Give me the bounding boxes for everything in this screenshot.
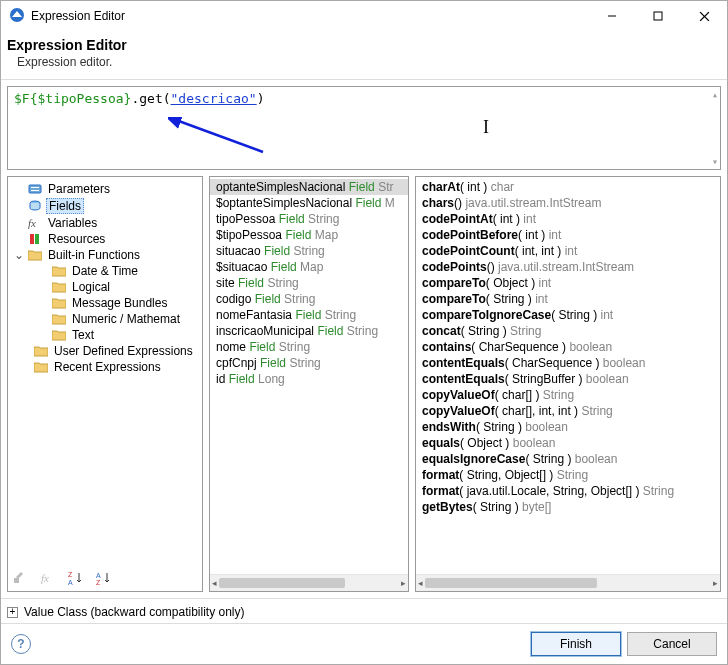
method-item[interactable]: equalsIgnoreCase( String ) boolean [416,451,720,467]
value-class-label: Value Class (backward compatibility only… [24,605,245,619]
finish-button[interactable]: Finish [531,632,621,656]
dialog-header: Expression Editor Expression editor. [1,31,727,80]
method-item[interactable]: format( java.util.Locale, String, Object… [416,483,720,499]
method-item[interactable]: codePoints() java.util.stream.IntStream [416,259,720,275]
field-item[interactable]: id Field Long [210,371,408,387]
folder-icon [52,313,66,325]
tree-datetime[interactable]: Date & Time [12,263,198,279]
field-item[interactable]: cpfCnpj Field String [210,355,408,371]
dialog-footer: ? Finish Cancel [1,623,727,664]
titlebar-left: Expression Editor [9,7,125,26]
dialog-body: ▴ $F{$tipoPessoa}.get("descricao") I ▾ P… [1,80,727,598]
value-class-section[interactable]: + Value Class (backward compatibility on… [1,598,727,623]
method-item[interactable]: concat( String ) String [416,323,720,339]
method-item[interactable]: compareToIgnoreCase( String ) int [416,307,720,323]
method-item[interactable]: endsWith( String ) boolean [416,419,720,435]
tool-sort-az-icon[interactable]: ZA [68,570,84,589]
field-item[interactable]: $optanteSimplesNacional Field M [210,195,408,211]
tree-mini-toolbar: fx ZA AZ [8,568,202,591]
app-icon [9,7,25,26]
svg-text:fx: fx [41,572,49,584]
method-item[interactable]: format( String, Object[] ) String [416,467,720,483]
tool-fx-icon[interactable]: fx [40,570,56,589]
method-item[interactable]: codePointAt( int ) int [416,211,720,227]
panel-row: Parameters Fields fxVariables Resources … [7,176,721,592]
tool-sort-type-icon[interactable]: AZ [96,570,112,589]
field-item[interactable]: $situacao Field Map [210,259,408,275]
expand-icon[interactable]: ⌄ [14,248,24,262]
variables-icon: fx [28,216,42,230]
method-item[interactable]: compareTo( Object ) int [416,275,720,291]
svg-text:Z: Z [68,571,73,578]
field-item[interactable]: nome Field String [210,339,408,355]
fields-panel: optanteSimplesNacional Field Str$optante… [209,176,409,592]
expression-textarea[interactable]: ▴ $F{$tipoPessoa}.get("descricao") I ▾ [7,86,721,170]
svg-text:Z: Z [96,579,101,586]
fields-icon [28,199,42,213]
tree-parameters[interactable]: Parameters [12,181,198,197]
field-item[interactable]: nomeFantasia Field String [210,307,408,323]
dialog-subtitle: Expression editor. [17,55,713,69]
svg-rect-6 [29,185,41,193]
tree-variables[interactable]: fxVariables [12,215,198,231]
field-item[interactable]: inscricaoMunicipal Field String [210,323,408,339]
scroll-down-icon[interactable]: ▾ [712,156,718,167]
tree-logical[interactable]: Logical [12,279,198,295]
tree-builtins[interactable]: ⌄Built-in Functions [12,247,198,263]
resources-icon [28,232,42,246]
minimize-button[interactable] [589,1,635,31]
svg-rect-2 [654,12,662,20]
method-item[interactable]: codePointBefore( int ) int [416,227,720,243]
svg-text:A: A [96,572,101,579]
fields-hscroll[interactable]: ◂▸ [210,574,408,591]
methods-panel: charAt( int ) charchars() java.util.stre… [415,176,721,592]
scroll-up-icon[interactable]: ▴ [712,89,718,100]
close-button[interactable] [681,1,727,31]
expand-plus-icon[interactable]: + [7,607,18,618]
folder-icon [52,297,66,309]
field-item[interactable]: codigo Field String [210,291,408,307]
help-icon[interactable]: ? [11,634,31,654]
categories-panel: Parameters Fields fxVariables Resources … [7,176,203,592]
tree-recent[interactable]: Recent Expressions [12,359,198,375]
annotation-arrow [168,117,268,157]
tree-userdef[interactable]: User Defined Expressions [12,343,198,359]
field-item[interactable]: tipoPessoa Field String [210,211,408,227]
method-item[interactable]: contentEquals( CharSequence ) boolean [416,355,720,371]
method-item[interactable]: chars() java.util.stream.IntStream [416,195,720,211]
methods-hscroll[interactable]: ◂▸ [416,574,720,591]
method-item[interactable]: compareTo( String ) int [416,291,720,307]
categories-tree[interactable]: Parameters Fields fxVariables Resources … [8,177,202,568]
expr-field-ref: $F{$tipoPessoa} [14,91,131,106]
parameters-icon [28,182,42,196]
method-item[interactable]: contentEquals( StringBuffer ) boolean [416,371,720,387]
svg-rect-11 [30,234,34,244]
folder-icon [28,249,42,261]
cancel-button[interactable]: Cancel [627,632,717,656]
svg-text:A: A [68,579,73,586]
method-item[interactable]: copyValueOf( char[] ) String [416,387,720,403]
method-item[interactable]: charAt( int ) char [416,179,720,195]
field-item[interactable]: $tipoPessoa Field Map [210,227,408,243]
dialog-title: Expression Editor [7,37,713,53]
folder-icon [52,329,66,341]
tree-text[interactable]: Text [12,327,198,343]
tree-fields[interactable]: Fields [12,197,198,215]
tree-resources[interactable]: Resources [12,231,198,247]
field-item[interactable]: site Field String [210,275,408,291]
field-item[interactable]: situacao Field String [210,243,408,259]
fields-list[interactable]: optanteSimplesNacional Field Str$optante… [210,177,408,574]
folder-icon [52,265,66,277]
method-item[interactable]: codePointCount( int, int ) int [416,243,720,259]
method-item[interactable]: copyValueOf( char[], int, int ) String [416,403,720,419]
method-item[interactable]: getBytes( String ) byte[] [416,499,720,515]
folder-icon [34,361,48,373]
method-item[interactable]: contains( CharSequence ) boolean [416,339,720,355]
maximize-button[interactable] [635,1,681,31]
tool-wizard-icon[interactable] [12,570,28,589]
tree-msgbundles[interactable]: Message Bundles [12,295,198,311]
field-item[interactable]: optanteSimplesNacional Field Str [210,179,408,195]
method-item[interactable]: equals( Object ) boolean [416,435,720,451]
tree-numeric[interactable]: Numeric / Mathemat [12,311,198,327]
methods-list[interactable]: charAt( int ) charchars() java.util.stre… [416,177,720,574]
